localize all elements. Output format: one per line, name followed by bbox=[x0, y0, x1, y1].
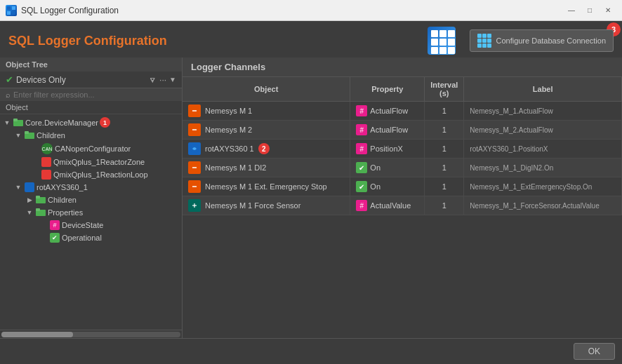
devices-only-row: ✔ Devices Only ⛛ ··· ▼ bbox=[0, 72, 182, 88]
tree-node-label: CANopenConfigurator bbox=[55, 144, 131, 153]
table-row: Nemesys M 2#ActualFlow1Nemesys_M_2.Actua… bbox=[183, 121, 622, 140]
svg-rect-7 bbox=[25, 131, 29, 134]
folder-icon bbox=[36, 195, 46, 205]
prop-tag-icon: # bbox=[356, 105, 367, 116]
obj-icon bbox=[188, 161, 201, 174]
folder-icon bbox=[25, 130, 34, 140]
arrow-icon: ▼ bbox=[14, 131, 22, 140]
property-cell: #ActualFlow bbox=[350, 102, 425, 121]
scroll-thumb bbox=[1, 332, 73, 337]
property-label: On bbox=[370, 163, 381, 172]
object-column-label: Object bbox=[0, 101, 182, 114]
left-panel: Object Tree ✔ Devices Only ⛛ ··· ▼ ⌕ Obj… bbox=[0, 58, 183, 338]
interval-cell: 1 bbox=[425, 121, 464, 140]
obj-label: Nemesys M 2 bbox=[205, 126, 252, 134]
body-split: Object Tree ✔ Devices Only ⛛ ··· ▼ ⌕ Obj… bbox=[0, 58, 622, 338]
prop-tag-icon: ✔ bbox=[356, 181, 367, 192]
tree-node-label: rotAXYS360_1 bbox=[37, 183, 88, 191]
tree-node-qmixqplus-reactionloop[interactable]: QmixQplus_1ReactionLoop bbox=[0, 168, 182, 181]
property-label: ActualValue bbox=[370, 201, 411, 210]
svg-rect-1 bbox=[12, 6, 15, 10]
property-label: PositionX bbox=[370, 144, 402, 153]
horizontal-scrollbar[interactable] bbox=[0, 330, 182, 338]
tree-node-label: Properties bbox=[48, 208, 83, 217]
app-logo-icon bbox=[428, 27, 456, 55]
app-icon bbox=[6, 5, 17, 16]
object-cell: Nemesys M 2 bbox=[183, 121, 350, 140]
table-header-row: Object Property Interval(s) Label bbox=[183, 77, 622, 102]
arrow-icon: ▼ bbox=[3, 119, 11, 127]
tree-node-core-device-manager[interactable]: ▼ Core.DeviceManager 1 bbox=[0, 116, 182, 129]
devices-check-icon: ✔ bbox=[6, 74, 13, 85]
tree-node-children-2[interactable]: ▶ Children bbox=[0, 194, 182, 206]
arrow-icon: ▶ bbox=[25, 196, 34, 204]
arrow-icon bbox=[31, 170, 39, 179]
arrow-icon bbox=[31, 158, 39, 166]
configure-db-button[interactable]: Configure Database Connection bbox=[470, 29, 614, 52]
col-object: Object bbox=[183, 77, 350, 102]
rect-icon bbox=[41, 170, 51, 180]
svg-rect-2 bbox=[7, 11, 11, 15]
tree-node-children-1[interactable]: ▼ Children bbox=[0, 129, 182, 142]
check-icon: ✔ bbox=[50, 233, 60, 243]
table-row: rotAXYS360 12#PositionX1rotAXYS360_1.Pos… bbox=[183, 140, 622, 159]
object-cell: Nemesys M 1 DI2 bbox=[183, 159, 350, 177]
object-cell: Nemesys M 1 bbox=[183, 102, 350, 121]
tree-node-canopenconfigurator[interactable]: CAN CANopenConfigurator bbox=[0, 142, 182, 156]
interval-cell: 1 bbox=[425, 102, 464, 121]
property-label: On bbox=[370, 182, 381, 191]
filter-row: ⌕ bbox=[0, 88, 182, 101]
title-bar: SQL Logger Configuration — □ ✕ bbox=[0, 0, 622, 21]
property-label: ActualFlow bbox=[370, 107, 408, 115]
minimize-button[interactable]: — bbox=[563, 4, 580, 18]
obj-label: Nemesys M 1 Force Sensor bbox=[205, 201, 300, 210]
prop-tag-icon: # bbox=[356, 143, 367, 154]
object-cell: Nemesys M 1 Force Sensor bbox=[183, 196, 350, 215]
tree-node-label: Operational bbox=[62, 234, 102, 242]
col-property: Property bbox=[350, 77, 425, 102]
interval-cell: 1 bbox=[425, 140, 464, 159]
arrow-icon bbox=[31, 144, 39, 153]
main-container: SQL Logger Configuration 3 Configure Dat… bbox=[0, 21, 622, 364]
svg-rect-13 bbox=[192, 107, 197, 110]
obj-label: Nemesys M 1 bbox=[205, 107, 252, 115]
filter-search-icon: ⌕ bbox=[6, 90, 11, 99]
tree-node-label: Children bbox=[48, 196, 77, 204]
object-cell: Nemesys M 1 Ext. Emergency Stop bbox=[183, 177, 350, 196]
channels-table-container: Object Property Interval(s) Label Nemesy… bbox=[183, 77, 622, 338]
arrow-icon bbox=[39, 234, 48, 242]
tree-node-label: Core.DeviceManager bbox=[25, 119, 98, 127]
interval-cell: 1 bbox=[425, 159, 464, 177]
maximize-button[interactable]: □ bbox=[581, 4, 598, 18]
label-cell: Nemesys_M_2.ActualFlow bbox=[464, 121, 622, 140]
interval-cell: 1 bbox=[425, 196, 464, 215]
label-cell: Nemesys_M_1.ActualFlow bbox=[464, 102, 622, 121]
label-cell: Nemesys_M_1_ForceSensor.ActualValue bbox=[464, 196, 622, 215]
folder-icon bbox=[36, 208, 46, 217]
tree-node-qmixqplus-reactorzone[interactable]: QmixQplus_1ReactorZone bbox=[0, 156, 182, 168]
close-button[interactable]: ✕ bbox=[600, 4, 616, 18]
obj-icon bbox=[188, 199, 201, 212]
tree-node-properties[interactable]: ▼ Properties bbox=[0, 206, 182, 219]
page-title: SQL Logger Configuration bbox=[8, 34, 167, 48]
tree-node-operational[interactable]: ✔ Operational bbox=[0, 231, 182, 244]
tree-node-label: QmixQplus_1ReactionLoop bbox=[53, 170, 148, 179]
configure-db-label: Configure Database Connection bbox=[496, 36, 606, 45]
ok-button[interactable]: OK bbox=[574, 343, 615, 360]
dots-button[interactable]: ··· bbox=[159, 75, 166, 85]
tree-node-rotaxys360[interactable]: ▼ rotAXYS360_1 bbox=[0, 181, 182, 194]
node-badge-1: 1 bbox=[100, 117, 110, 128]
property-cell: #ActualValue bbox=[350, 196, 425, 215]
obj-icon bbox=[188, 105, 201, 117]
object-cell: rotAXYS360 12 bbox=[183, 140, 350, 159]
window-controls: — □ ✕ bbox=[563, 4, 616, 18]
tree-node-devicestate[interactable]: # DeviceState bbox=[0, 219, 182, 231]
bottom-bar: OK bbox=[0, 338, 622, 364]
can-icon: CAN bbox=[41, 143, 53, 154]
channels-table: Object Property Interval(s) Label Nemesy… bbox=[183, 77, 622, 215]
filter-input[interactable] bbox=[13, 90, 176, 99]
label-cell: rotAXYS360_1.PositionX bbox=[464, 140, 622, 159]
col-interval: Interval(s) bbox=[425, 77, 464, 102]
logger-channels-header: Logger Channels bbox=[183, 58, 622, 77]
dropdown-arrow-icon[interactable]: ▼ bbox=[169, 76, 176, 83]
